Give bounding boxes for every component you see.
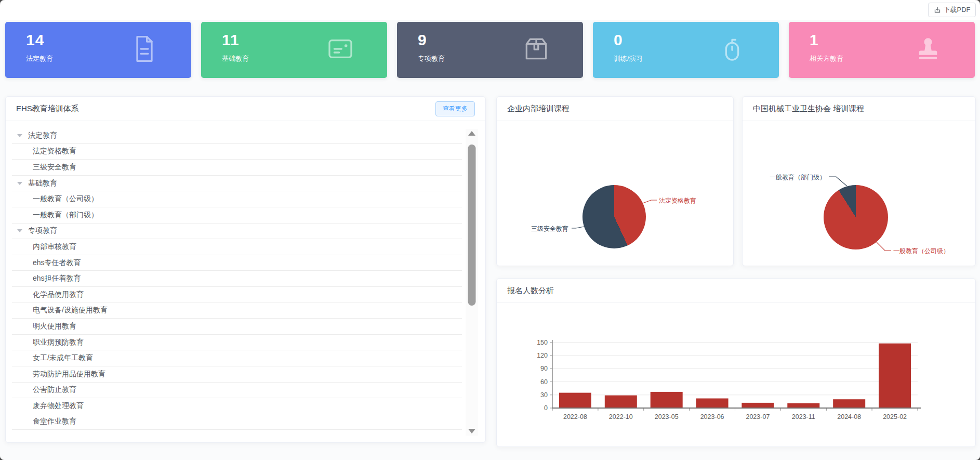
enrollment-bar-chart: 03060901201502022-082022-102023-052023-0…	[497, 303, 975, 446]
bar-xtick-label: 2024-08	[837, 413, 861, 420]
bar-2023-07[interactable]	[741, 403, 774, 408]
tree-item-label: 法定教育	[28, 131, 57, 140]
stat-card-icon-wrap	[522, 34, 551, 65]
stat-card-4[interactable]: 1相关方教育	[789, 22, 975, 78]
mouse-icon	[718, 34, 747, 63]
bar-ytick-label: 0	[544, 404, 548, 412]
tree-item-2[interactable]: 三级安全教育	[12, 160, 462, 176]
tree-item-label: 劳动防护用品使用教育	[33, 370, 105, 379]
pie-slice-disc[interactable]	[582, 185, 646, 248]
tree-panel-header: EHS教育培训体系 查看更多	[6, 97, 485, 121]
tree-item-label: 明火使用教育	[33, 322, 76, 331]
caret-down-icon[interactable]	[17, 134, 22, 137]
tree-panel-title: EHS教育培训体系	[16, 104, 79, 114]
tree-scrollbar[interactable]	[466, 129, 478, 436]
tree-item-3[interactable]: 基础教育	[12, 176, 462, 192]
tree-item-17[interactable]: 废弃物处理教育	[12, 398, 462, 414]
bar-2024-08[interactable]	[833, 399, 865, 408]
bar-xtick-label: 2023-07	[746, 413, 770, 420]
ehs-training-tree-panel: EHS教育培训体系 查看更多 法定教育法定资格教育三级安全教育基础教育一般教育（…	[5, 96, 486, 443]
pie-slice-label: 一般教育（部门级）	[770, 173, 826, 182]
tree-item-1[interactable]: 法定资格教育	[12, 144, 462, 160]
pie1-title: 中国机械工业卫生协会 培训课程	[753, 104, 864, 114]
tree-item-9[interactable]: ehs担任着教育	[12, 271, 462, 287]
download-pdf-label: 下载PDF	[944, 5, 971, 15]
bar-2022-10[interactable]	[605, 396, 637, 408]
stat-card-value: 0	[614, 31, 779, 49]
tree-item-label: 法定资格教育	[33, 147, 76, 156]
bar-xtick-label: 2025-02	[883, 413, 907, 420]
bar-2023-06[interactable]	[696, 399, 729, 409]
tree-item-14[interactable]: 女工/未成年工教育	[12, 350, 462, 366]
pie0-chart: 法定资格教育三级安全教育	[497, 121, 733, 266]
tree-item-4[interactable]: 一般教育（公司级）	[12, 191, 462, 207]
enrollment-analysis-panel: 报名人数分析 03060901201502022-082022-102023-0…	[496, 278, 976, 447]
view-more-button[interactable]: 查看更多	[435, 101, 475, 116]
tree-item-label: 职业病预防教育	[33, 338, 84, 347]
scrollbar-thumb[interactable]	[468, 144, 476, 306]
tree-item-0[interactable]: 法定教育	[12, 128, 462, 144]
stat-card-2[interactable]: 9专项教育	[397, 22, 583, 78]
stat-card-label: 相关方教育	[810, 54, 975, 63]
pie1-chart: 一般教育（部门级）一般教育（公司级）	[743, 121, 975, 266]
tree-item-10[interactable]: 化学品使用教育	[12, 287, 462, 303]
tree-item-8[interactable]: ehs专任者教育	[12, 255, 462, 271]
training-tree: 法定教育法定资格教育三级安全教育基础教育一般教育（公司级）一般教育（部门级）专项…	[12, 128, 462, 430]
scroll-up-icon[interactable]	[468, 131, 475, 136]
stat-card-value: 9	[418, 31, 583, 49]
bar-xtick-label: 2023-05	[655, 413, 679, 420]
tree-item-label: ehs担任着教育	[33, 274, 81, 283]
form-icon	[326, 34, 355, 63]
tree-item-11[interactable]: 电气设备/设施使用教育	[12, 303, 462, 319]
stat-card-1[interactable]: 11基础教育	[201, 22, 387, 78]
bar-2023-11[interactable]	[787, 403, 819, 408]
bar-panel-title: 报名人数分析	[507, 286, 554, 296]
download-pdf-button[interactable]: 下载PDF	[928, 3, 976, 17]
tree-item-7[interactable]: 内部审核教育	[12, 239, 462, 255]
stat-card-icon-wrap	[130, 34, 159, 65]
dashboard-page: 下载PDF 14法定教育11基础教育9专项教育0训练/演习1相关方教育 EHS教…	[0, 0, 980, 460]
caret-down-icon[interactable]	[17, 229, 22, 232]
tree-item-5[interactable]: 一般教育（部门级）	[12, 207, 462, 224]
pie0-title: 企业内部培训课程	[507, 104, 570, 114]
tree-item-13[interactable]: 职业病预防教育	[12, 335, 462, 351]
tree-item-label: 废弃物处理教育	[33, 401, 84, 411]
package-icon	[522, 34, 551, 63]
bar-2025-02[interactable]	[879, 344, 911, 408]
tree-item-label: 三级安全教育	[33, 163, 76, 172]
internal-training-pie-panel: 企业内部培训课程 法定资格教育三级安全教育	[496, 96, 734, 266]
bar-2023-05[interactable]	[651, 392, 683, 408]
tree-item-label: 公害防止教育	[33, 385, 76, 395]
bar-xtick-label: 2022-08	[563, 413, 587, 420]
pie-slice-label: 法定资格教育	[659, 196, 696, 205]
pie0-header: 企业内部培训课程	[497, 97, 733, 121]
stamp-icon	[913, 34, 943, 63]
tree-item-label: 电气设备/设施使用教育	[33, 306, 108, 315]
pie-slice-label: 三级安全教育	[531, 225, 568, 233]
bar-2022-08[interactable]	[559, 393, 591, 408]
scroll-down-icon[interactable]	[468, 429, 475, 433]
tree-item-label: 内部审核教育	[33, 242, 76, 252]
tree-item-16[interactable]: 公害防止教育	[12, 383, 462, 399]
tree-item-6[interactable]: 专项教育	[12, 224, 462, 240]
stat-card-0[interactable]: 14法定教育	[5, 22, 191, 78]
pie-slice-disc[interactable]	[824, 185, 888, 249]
tree-item-label: 一般教育（公司级）	[33, 194, 98, 204]
stat-card-value: 11	[222, 31, 387, 49]
tree-item-15[interactable]: 劳动防护用品使用教育	[12, 366, 462, 383]
bar-ytick-label: 90	[540, 365, 548, 372]
stat-card-label: 训练/演习	[614, 54, 779, 63]
bar-ytick-label: 60	[540, 378, 548, 386]
tree-item-18[interactable]: 食堂作业教育	[12, 414, 462, 430]
stat-card-icon-wrap	[718, 34, 747, 65]
stat-card-value: 1	[810, 31, 975, 49]
stat-card-3[interactable]: 0训练/演习	[593, 22, 779, 78]
caret-down-icon[interactable]	[17, 182, 22, 185]
tree-item-12[interactable]: 明火使用教育	[12, 319, 462, 335]
bar-ytick-label: 150	[537, 339, 548, 346]
stat-card-label: 基础教育	[222, 54, 387, 63]
download-icon	[934, 6, 941, 14]
pie1-header: 中国机械工业卫生协会 培训课程	[743, 97, 975, 121]
stat-card-value: 14	[26, 31, 191, 49]
stat-card-icon-wrap	[326, 34, 355, 65]
